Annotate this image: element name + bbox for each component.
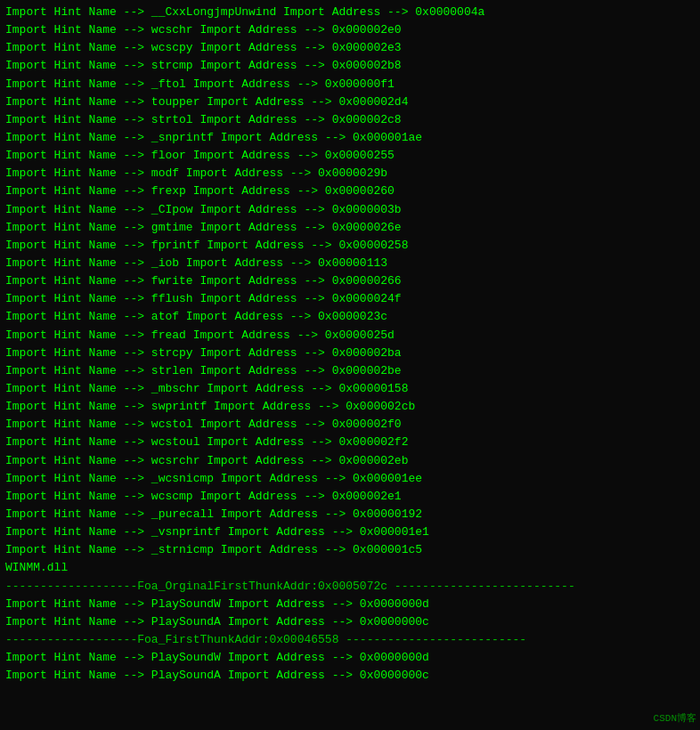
line-35: Import Hint Name --> PlaySoundA Import A… [5, 613, 695, 631]
line-9: Import Hint Name --> modf Import Address… [5, 165, 695, 182]
line-15: Import Hint Name --> fwrite Import Addre… [5, 272, 695, 290]
line-37: Import Hint Name --> PlaySoundW Import A… [5, 649, 695, 667]
line-20: Import Hint Name --> strlen Import Addre… [5, 362, 695, 380]
line-4: Import Hint Name --> _ftol Import Addres… [5, 76, 695, 93]
line-11: Import Hint Name --> _CIpow Import Addre… [5, 201, 695, 219]
line-18: Import Hint Name --> fread Import Addres… [5, 327, 695, 345]
line-8: Import Hint Name --> floor Import Addres… [5, 147, 695, 165]
line-30: Import Hint Name --> _strnicmp Import Ad… [5, 541, 695, 559]
line-14: Import Hint Name --> _iob Import Address… [5, 255, 695, 272]
line-3: Import Hint Name --> strcmp Import Addre… [5, 57, 695, 75]
line-22: Import Hint Name --> swprintf Import Add… [5, 398, 695, 416]
line-17: Import Hint Name --> atof Import Address… [5, 308, 695, 326]
line-1: Import Hint Name --> wcschr Import Addre… [5, 21, 695, 39]
line-2: Import Hint Name --> wcscpy Import Addre… [5, 39, 695, 57]
line-5: Import Hint Name --> toupper Import Addr… [5, 93, 695, 111]
line-36: -------------------Foa_FirstThunkAddr:0x… [5, 631, 695, 649]
line-26: Import Hint Name --> _wcsnicmp Import Ad… [5, 470, 695, 488]
line-12: Import Hint Name --> gmtime Import Addre… [5, 219, 695, 237]
line-33: -------------------Foa_OrginalFirstThunk… [5, 578, 695, 596]
line-6: Import Hint Name --> strtol Import Addre… [5, 111, 695, 129]
line-21: Import Hint Name --> _mbschr Import Addr… [5, 380, 695, 398]
line-27: Import Hint Name --> wcscmp Import Addre… [5, 488, 695, 506]
line-13: Import Hint Name --> fprintf Import Addr… [5, 237, 695, 255]
line-24: Import Hint Name --> wcstoul Import Addr… [5, 434, 695, 451]
watermark: CSDN博客 [654, 711, 696, 726]
line-38: Import Hint Name --> PlaySoundA Import A… [5, 667, 695, 685]
line-7: Import Hint Name --> _snprintf Import Ad… [5, 129, 695, 147]
line-19: Import Hint Name --> strcpy Import Addre… [5, 345, 695, 362]
line-16: Import Hint Name --> fflush Import Addre… [5, 290, 695, 308]
content-area: Import Hint Name --> __CxxLongjmpUnwind … [5, 4, 695, 685]
line-28: Import Hint Name --> _purecall Import Ad… [5, 506, 695, 523]
line-23: Import Hint Name --> wcstol Import Addre… [5, 416, 695, 434]
line-32: WINMM.dll [5, 559, 695, 577]
line-10: Import Hint Name --> frexp Import Addres… [5, 182, 695, 200]
line-29: Import Hint Name --> _vsnprintf Import A… [5, 523, 695, 541]
line-0: Import Hint Name --> __CxxLongjmpUnwind … [5, 4, 695, 21]
line-25: Import Hint Name --> wcsrchr Import Addr… [5, 452, 695, 470]
line-34: Import Hint Name --> PlaySoundW Import A… [5, 596, 695, 613]
